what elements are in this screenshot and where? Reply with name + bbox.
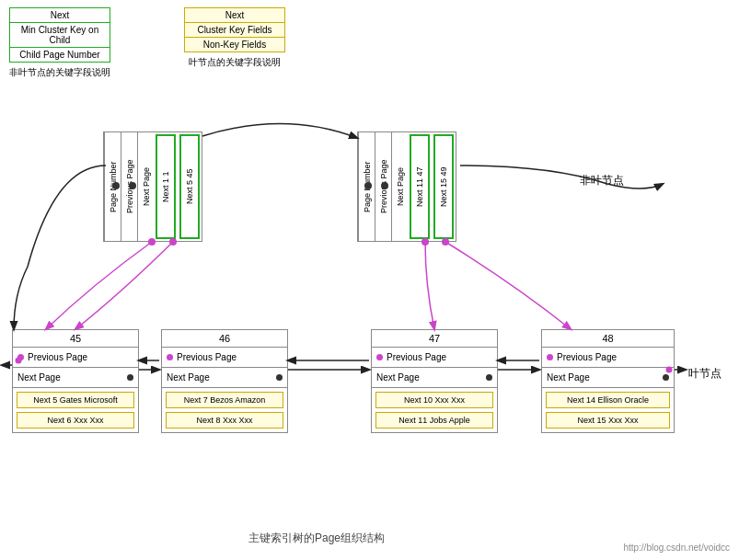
dot-45-next [127,374,133,381]
dot-48-next [663,374,669,381]
legend-nonleaf: Next Min Cluster Key on Child Child Page… [9,7,110,79]
legend-leaf: Next Cluster Key Fields Non-Key Fields 叶… [184,7,285,69]
leaf47-header: 47 [372,330,497,348]
dot-48-prev [547,354,553,360]
leaf48-header: 48 [542,330,674,348]
legend-leaf-clusterkey: Cluster Key Fields [184,23,285,38]
leaf47-data1: Next 10 Xxx Xxx [375,392,493,408]
nl1-nextpage: Next Page [137,132,154,241]
nl1-next11: Next 1 1 [156,134,176,239]
footer-label: 主键索引树的Page组织结构 [248,531,385,546]
dot-47-prev [376,354,383,360]
legend-nonleaf-minkey: Min Cluster Key on Child [9,23,110,48]
arrows-overlay [0,0,739,560]
dot-45-prev [17,354,24,360]
nl1-pagenum: Page Number [104,132,121,241]
leaf48-data2: Next 15 Xxx Xxx [546,412,670,429]
nl2-next1549: Next 15 49 [433,134,454,239]
leaf47-prev: Previous Page [372,348,497,368]
leaf46-data1: Next 7 Bezos Amazon [166,392,283,408]
leaf46-next: Next Page [162,368,287,388]
leaf48-next: Next Page [542,368,674,388]
nl1-prevpage: Previous Page [121,132,137,241]
legend-leaf-label: 叶节点的关键字段说明 [184,56,285,69]
nl2-prevpage: Previous Page [375,132,391,241]
leaf45-next: Next Page [13,368,138,388]
leaf47-data2: Next 11 Jobs Apple [375,412,493,429]
leaf45-header: 45 [13,330,138,348]
leaf-node-45: 45 Previous Page Next Page Next 5 Gates … [12,329,139,433]
nl1-next545: Next 5 45 [179,134,200,239]
leaf45-prev: Previous Page [13,348,138,368]
leaf46-data2: Next 8 Xxx Xxx [166,412,283,429]
nonleaf-node-2: Page Number Previous Page Next Page Next… [357,131,456,242]
nl2-pagenum: Page Number [358,132,375,241]
leaf45-data1: Next 5 Gates Microsoft [17,392,134,408]
leaf48-prev: Previous Page [542,348,674,368]
dot-47-next [486,374,492,381]
dot-46-prev [167,354,173,360]
nonleaf-label: 非叶节点 [580,173,624,189]
leaf-node-48: 48 Previous Page Next Page Next 14 Ellis… [541,329,675,433]
leaf-node-46: 46 Previous Page Next Page Next 7 Bezos … [161,329,288,433]
legend-leaf-nonkey: Non-Key Fields [184,38,285,52]
legend-nonleaf-pagenum: Child Page Number [9,48,110,63]
leaf48-data1: Next 14 Ellison Oracle [546,392,670,408]
leaf-node-47: 47 Previous Page Next Page Next 10 Xxx X… [371,329,498,433]
leaf-label: 叶节点 [688,366,722,382]
nonleaf-node-1: Page Number Previous Page Next Page Next… [103,131,202,242]
leaf45-data2: Next 6 Xxx Xxx [17,412,134,429]
legend-leaf-next: Next [184,7,285,23]
legend-nonleaf-label: 非叶节点的关键字段说明 [9,66,110,79]
leaf46-header: 46 [162,330,287,348]
nl2-nextpage: Next Page [391,132,408,241]
legend-nonleaf-next: Next [9,7,110,23]
diagram-container: Next Min Cluster Key on Child Child Page… [0,0,739,560]
leaf47-next: Next Page [372,368,497,388]
nl2-next1147: Next 11 47 [410,134,430,239]
dot-46-next [276,374,283,381]
leaf46-prev: Previous Page [162,348,287,368]
watermark: http://blog.csdn.net/voidcc [623,543,730,553]
